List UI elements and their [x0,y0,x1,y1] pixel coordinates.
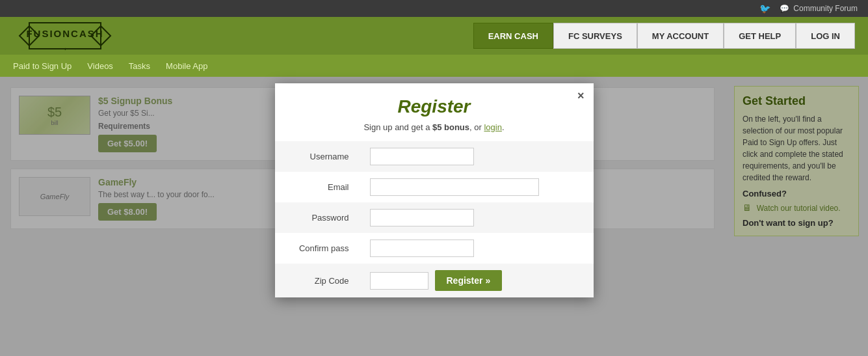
password-input[interactable] [370,209,474,226]
label-confirm-pass: Confirm pass [275,233,360,264]
main-content: $5 bill $5 Signup Bonus Get your $5 Si..… [0,77,868,356]
email-input[interactable] [370,178,539,196]
subtitle-mid: , or [469,122,484,132]
subnav-tasks[interactable]: Tasks [129,61,150,71]
modal-title: Register [275,83,594,122]
subnav-videos[interactable]: Videos [87,61,113,71]
login-link[interactable]: login [484,122,501,132]
label-username: Username [275,141,360,172]
input-cell-username [360,141,594,172]
community-forum-link[interactable]: 💬 Community Forum [780,4,858,13]
form-row-confirm-pass: Confirm pass [275,233,594,264]
community-forum-label: Community Forum [793,4,858,13]
register-form-table: Username Email Password [275,141,594,297]
logo-svg: FUSIONCASH ⬥ [13,16,117,55]
register-modal: × Register Sign up and get a $5 bonus, o… [275,83,594,297]
logo-area: FUSIONCASH ⬥ [13,16,117,55]
form-row-password: Password [275,202,594,233]
subnav-mobile-apps[interactable]: Mobile App [166,61,207,71]
register-button[interactable]: Register » [435,270,503,291]
label-password: Password [275,202,360,233]
subtitle-text: Sign up and get a [363,122,432,132]
svg-text:FUSIONCASH: FUSIONCASH [26,28,103,39]
nav-tab-my-account[interactable]: MY ACCOUNT [637,23,724,49]
top-bar: 🐦 💬 Community Forum [0,0,868,17]
forum-icon: 💬 [780,4,789,13]
sub-nav: Paid to Sign Up Videos Tasks Mobile App [0,55,868,77]
form-row-username: Username [275,141,594,172]
nav-tabs: EARN CASH FC SURVEYS MY ACCOUNT GET HELP… [473,23,855,49]
label-zip-code: Zip Code [275,264,360,297]
input-cell-password [360,202,594,233]
form-row-zip: Zip Code Register » [275,264,594,297]
confirm-pass-input[interactable] [370,240,474,257]
svg-text:⬥: ⬥ [64,46,67,51]
twitter-icon: 🐦 [759,3,770,14]
subtitle-end: . [502,122,505,132]
nav-tab-log-in[interactable]: LOG IN [796,23,855,49]
header: FUSIONCASH ⬥ EARN CASH FC SURVEYS MY ACC… [0,17,868,55]
nav-tab-get-help[interactable]: GET HELP [724,23,796,49]
input-cell-confirm-pass [360,233,594,264]
nav-tab-fc-surveys[interactable]: FC SURVEYS [553,23,637,49]
modal-close-button[interactable]: × [577,90,585,102]
subnav-paid-to-signup[interactable]: Paid to Sign Up [13,61,72,71]
bonus-text: $5 bonus [432,122,469,132]
zip-code-input[interactable] [370,272,428,290]
input-cell-email [360,172,594,202]
modal-overlay: × Register Sign up and get a $5 bonus, o… [0,77,868,356]
input-cell-zip: Register » [360,264,594,297]
nav-tab-earn-cash[interactable]: EARN CASH [473,23,553,49]
label-email: Email [275,172,360,202]
form-row-email: Email [275,172,594,202]
modal-subtitle: Sign up and get a $5 bonus, or login. [275,122,594,141]
username-input[interactable] [370,148,474,165]
